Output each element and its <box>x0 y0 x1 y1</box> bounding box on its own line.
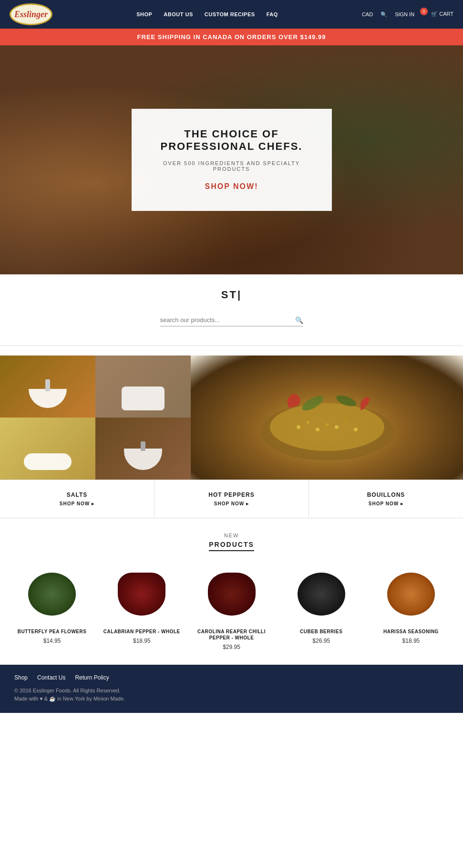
nav-custom[interactable]: CUSTOM RECIPES <box>205 11 255 17</box>
currency-selector[interactable]: CAD <box>362 11 373 17</box>
product-img-2 <box>208 573 256 616</box>
cat-bouillons-title: BOUILLONS <box>314 492 458 498</box>
new-products-section: NEW PRODUCTS BUTTERFLY PEA FLOWERS $14.9… <box>0 518 463 665</box>
search-icon[interactable]: 🔍 <box>381 11 387 18</box>
footer-link-contact[interactable]: Contact Us <box>37 674 65 681</box>
image-grid-right <box>191 356 463 480</box>
footer-copyright-text: © 2016 Esslinger Foods. All Rights Reser… <box>14 687 449 695</box>
cat-salts-link[interactable]: SHOP NOW ▸ <box>5 501 149 506</box>
product-price-2: $29.95 <box>189 644 274 650</box>
divider-1 <box>0 345 463 346</box>
grid-cell-4[interactable] <box>95 418 191 480</box>
svg-point-3 <box>307 421 309 424</box>
product-name-3: CUBEB BERRIES <box>279 628 364 635</box>
header: Esslinger SHOP ABOUT US CUSTOM RECIPES F… <box>0 0 463 29</box>
svg-point-6 <box>335 425 339 429</box>
svg-point-8 <box>354 428 358 431</box>
product-price-4: $18.95 <box>369 638 453 644</box>
product-img-wrap-3 <box>279 565 364 623</box>
products-grid: BUTTERFLY PEA FLOWERS $14.95 CALABRIAN P… <box>10 565 453 650</box>
search-bar: 🔍 <box>160 316 303 326</box>
header-right: CAD 🔍 SIGN IN 0 🛒 CART <box>362 10 453 18</box>
image-grid-section <box>0 356 463 480</box>
logo[interactable]: Esslinger <box>10 3 52 25</box>
product-img-4 <box>387 573 435 616</box>
grid-cell-3[interactable] <box>0 418 95 480</box>
product-img-wrap-4 <box>369 565 453 623</box>
footer-made-with: Made with ♥ & ☕ in New York by Minion Ma… <box>14 695 449 703</box>
cart-label: CART <box>439 11 453 17</box>
hero-card: THE CHOICE OF PROFESSIONAL CHEFS. OVER 5… <box>132 109 332 211</box>
search-section-title: ST| <box>10 289 453 301</box>
product-img-wrap-2 <box>189 565 274 623</box>
nav-faq[interactable]: FAQ <box>267 11 278 17</box>
footer: Shop Contact Us Return Policy © 2016 Ess… <box>0 665 463 713</box>
product-card-0[interactable]: BUTTERFLY PEA FLOWERS $14.95 <box>10 565 94 650</box>
product-img-0 <box>28 573 76 616</box>
nav-about[interactable]: ABOUT US <box>164 11 193 17</box>
product-img-wrap-1 <box>99 565 184 623</box>
category-bouillons[interactable]: BOUILLONS SHOP NOW ▸ <box>309 480 463 518</box>
footer-link-shop[interactable]: Shop <box>14 674 28 681</box>
footer-link-return[interactable]: Return Policy <box>75 674 109 681</box>
spice-svg <box>251 370 403 465</box>
svg-point-7 <box>345 420 348 423</box>
cat-peppers-arrow: ▸ <box>246 501 249 506</box>
nav-shop[interactable]: SHOP <box>136 11 152 17</box>
main-nav: SHOP ABOUT US CUSTOM RECIPES FAQ <box>136 11 278 17</box>
cat-bouillons-link[interactable]: SHOP NOW ▸ <box>314 501 458 506</box>
section-header: NEW PRODUCTS <box>10 533 453 551</box>
product-price-3: $26.95 <box>279 638 364 644</box>
svg-point-2 <box>297 425 300 429</box>
svg-point-4 <box>316 428 319 431</box>
cat-peppers-link[interactable]: SHOP NOW ▸ <box>159 501 304 506</box>
category-section: SALTS SHOP NOW ▸ HOT PEPPERS SHOP NOW ▸ … <box>0 480 463 518</box>
grid-cell-2[interactable] <box>95 356 191 418</box>
cat-salts-title: SALTS <box>5 492 149 498</box>
category-salts[interactable]: SALTS SHOP NOW ▸ <box>0 480 154 518</box>
product-name-2: CAROLINA REAPER CHILLI PEPPER - WHOLE <box>189 628 274 641</box>
svg-point-1 <box>270 403 384 451</box>
section-label: NEW <box>10 533 453 538</box>
category-hot-peppers[interactable]: HOT PEPPERS SHOP NOW ▸ <box>154 480 309 518</box>
hero-subtitle: OVER 500 INGREDIENTS AND SPECIALTY PRODU… <box>155 160 308 172</box>
product-card-1[interactable]: CALABRIAN PEPPER - WHOLE $18.95 <box>99 565 184 650</box>
product-price-0: $14.95 <box>10 638 94 644</box>
svg-point-5 <box>326 423 329 426</box>
cart-button[interactable]: 0 🛒 CART <box>422 10 453 18</box>
logo-text: Esslinger <box>14 10 48 19</box>
grid-cell-1[interactable] <box>0 356 95 418</box>
cat-bouillons-arrow: ▸ <box>401 501 403 506</box>
product-card-2[interactable]: CAROLINA REAPER CHILLI PEPPER - WHOLE $2… <box>189 565 274 650</box>
footer-links: Shop Contact Us Return Policy <box>14 674 449 681</box>
product-img-wrap-0 <box>10 565 94 623</box>
footer-copyright: © 2016 Esslinger Foods. All Rights Reser… <box>14 687 449 703</box>
product-price-1: $18.95 <box>99 638 184 644</box>
cat-peppers-title: HOT PEPPERS <box>159 492 304 498</box>
hero-cta-button[interactable]: SHOP NOW! <box>155 181 308 192</box>
hero-section: THE CHOICE OF PROFESSIONAL CHEFS. OVER 5… <box>0 45 463 274</box>
section-title: PRODUCTS <box>209 541 254 551</box>
search-submit-icon[interactable]: 🔍 <box>295 316 303 324</box>
hero-title: THE CHOICE OF PROFESSIONAL CHEFS. <box>155 128 308 153</box>
product-card-4[interactable]: HARISSA SEASONING $18.95 <box>369 565 453 650</box>
search-section: ST| 🔍 <box>0 274 463 336</box>
image-grid-left <box>0 356 191 480</box>
product-name-1: CALABRIAN PEPPER - WHOLE <box>99 628 184 635</box>
cat-salts-arrow: ▸ <box>92 501 94 506</box>
promo-bar: FREE SHIPPING IN CANADA ON ORDERS OVER $… <box>0 29 463 45</box>
product-img-3 <box>298 573 345 616</box>
search-input[interactable] <box>160 316 295 324</box>
cart-badge: 0 <box>420 8 428 15</box>
product-name-4: HARISSA SEASONING <box>369 628 453 635</box>
product-name-0: BUTTERFLY PEA FLOWERS <box>10 628 94 635</box>
promo-text: FREE SHIPPING IN CANADA ON ORDERS OVER $… <box>137 33 326 41</box>
product-img-1 <box>118 573 165 616</box>
product-card-3[interactable]: CUBEB BERRIES $26.95 <box>279 565 364 650</box>
sign-in-button[interactable]: SIGN IN <box>395 11 414 17</box>
